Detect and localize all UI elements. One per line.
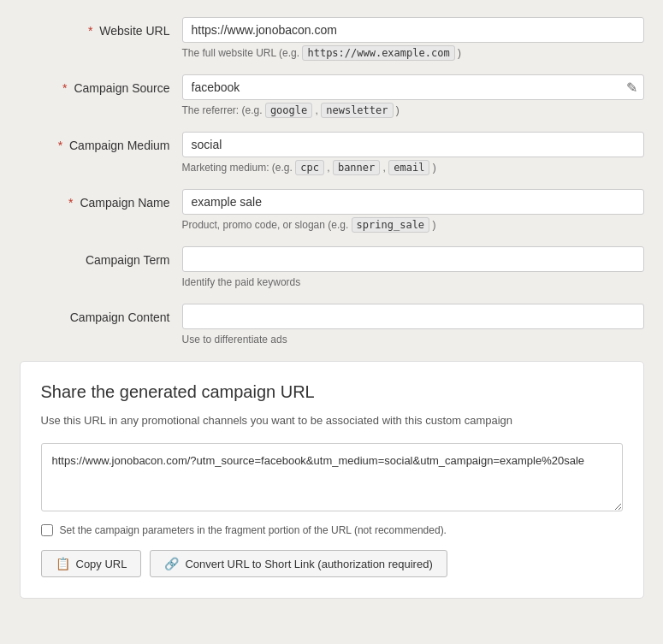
share-section: Share the generated campaign URL Use thi… xyxy=(20,361,644,599)
convert-url-label: Convert URL to Short Link (authorization… xyxy=(185,558,432,570)
convert-icon: 🔗 xyxy=(164,557,179,570)
campaign-term-input-col: Identify the paid keywords xyxy=(182,246,644,288)
website-url-label: * Website URL xyxy=(20,17,182,38)
campaign-name-input-col: Product, promo code, or slogan (e.g. spr… xyxy=(182,189,644,231)
website-url-hint: The full website URL (e.g. https://www.e… xyxy=(182,47,644,59)
campaign-source-edit-button[interactable]: ✎ xyxy=(625,78,639,97)
share-title: Share the generated campaign URL xyxy=(41,382,623,402)
campaign-content-hint: Use to differentiate ads xyxy=(182,334,644,346)
campaign-content-input-col: Use to differentiate ads xyxy=(182,304,644,346)
generated-url-textarea[interactable]: https://www.jonobacon.com/?utm_source=fa… xyxy=(41,443,623,512)
website-url-input-col: The full website URL (e.g. https://www.e… xyxy=(182,17,644,59)
campaign-source-label: * Campaign Source xyxy=(20,74,182,95)
copy-icon: 📋 xyxy=(56,557,70,570)
required-star-3: * xyxy=(58,139,62,152)
campaign-medium-input-col: Marketing medium: (e.g. cpc , banner , e… xyxy=(182,132,644,174)
campaign-name-hint: Product, promo code, or slogan (e.g. spr… xyxy=(182,219,644,231)
campaign-source-input-wrapper: ✎ xyxy=(182,74,644,100)
form-container: * Website URL The full website URL (e.g.… xyxy=(20,17,644,599)
campaign-source-row: * Campaign Source ✎ The referrer: (e.g. … xyxy=(20,74,644,116)
required-star-2: * xyxy=(62,81,67,95)
convert-url-button[interactable]: 🔗 Convert URL to Short Link (authorizati… xyxy=(150,550,447,577)
campaign-source-input-col: ✎ The referrer: (e.g. google , newslette… xyxy=(182,74,644,116)
campaign-medium-row: * Campaign Medium Marketing medium: (e.g… xyxy=(20,132,644,174)
required-star-4: * xyxy=(68,196,73,210)
campaign-name-row: * Campaign Name Product, promo code, or … xyxy=(20,189,644,231)
campaign-term-row: Campaign Term Identify the paid keywords xyxy=(20,246,644,288)
campaign-medium-label: * Campaign Medium xyxy=(20,132,182,152)
campaign-source-hint: The referrer: (e.g. google , newsletter … xyxy=(182,104,644,116)
required-star: * xyxy=(88,24,92,38)
campaign-content-input[interactable] xyxy=(182,304,644,329)
campaign-name-label: * Campaign Name xyxy=(20,189,182,210)
fragment-checkbox-row: Set the campaign parameters in the fragm… xyxy=(41,524,623,536)
website-url-input[interactable] xyxy=(182,17,644,43)
campaign-term-hint: Identify the paid keywords xyxy=(182,276,644,288)
campaign-term-input[interactable] xyxy=(182,246,644,272)
fragment-checkbox[interactable] xyxy=(41,524,53,536)
share-description: Use this URL in any promotional channels… xyxy=(41,412,623,429)
fragment-checkbox-label[interactable]: Set the campaign parameters in the fragm… xyxy=(60,524,447,536)
edit-icon: ✎ xyxy=(626,80,637,95)
campaign-source-input[interactable] xyxy=(182,74,644,100)
campaign-name-input[interactable] xyxy=(182,189,644,215)
website-url-row: * Website URL The full website URL (e.g.… xyxy=(20,17,644,59)
campaign-content-label: Campaign Content xyxy=(20,304,182,324)
copy-url-label: Copy URL xyxy=(76,558,127,570)
campaign-content-row: Campaign Content Use to differentiate ad… xyxy=(20,304,644,346)
campaign-medium-input[interactable] xyxy=(182,132,644,157)
copy-url-button[interactable]: 📋 Copy URL xyxy=(41,550,142,577)
button-row: 📋 Copy URL 🔗 Convert URL to Short Link (… xyxy=(41,550,623,577)
campaign-term-label: Campaign Term xyxy=(20,246,182,267)
campaign-medium-hint: Marketing medium: (e.g. cpc , banner , e… xyxy=(182,162,644,174)
